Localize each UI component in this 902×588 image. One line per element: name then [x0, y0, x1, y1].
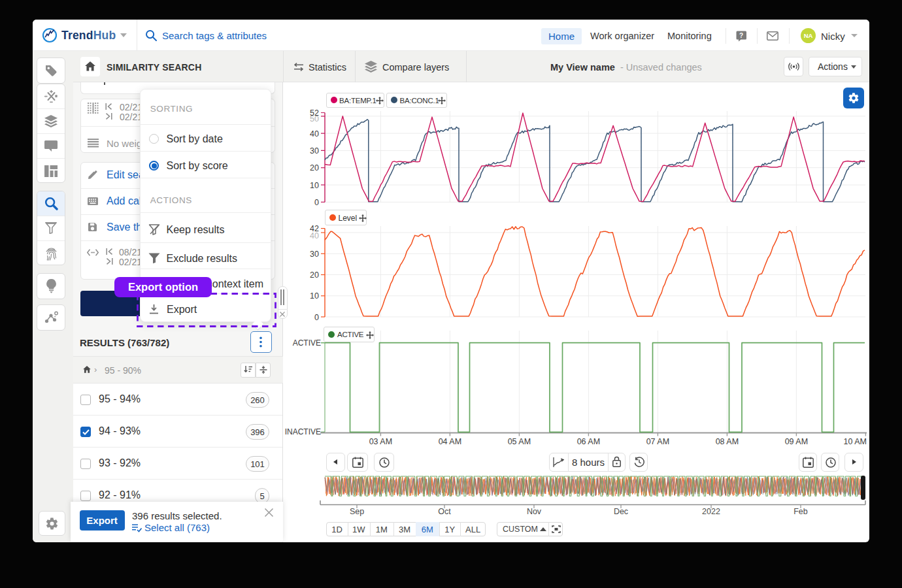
svg-text:?: ?: [739, 32, 743, 39]
svg-text:Feb: Feb: [793, 507, 808, 516]
svg-text:40: 40: [310, 231, 319, 240]
svg-text:05 AM: 05 AM: [508, 437, 531, 446]
svg-text:Sep: Sep: [350, 507, 364, 516]
svg-text:2022: 2022: [702, 507, 720, 516]
svg-text:10: 10: [310, 291, 319, 301]
svg-text:Oct: Oct: [438, 507, 451, 516]
svg-text:40: 40: [310, 129, 319, 139]
svg-text:10: 10: [310, 181, 319, 190]
svg-text:08 AM: 08 AM: [716, 437, 739, 446]
svg-text:20: 20: [310, 163, 319, 172]
svg-text:50: 50: [310, 114, 319, 123]
svg-text:Nov: Nov: [527, 507, 542, 516]
svg-text:INACTIVE: INACTIVE: [285, 427, 321, 436]
svg-text:0: 0: [314, 198, 319, 207]
svg-text:30: 30: [310, 146, 319, 155]
svg-text:Dec: Dec: [614, 507, 628, 516]
svg-text:07 AM: 07 AM: [646, 437, 669, 446]
svg-text:0: 0: [314, 313, 319, 322]
svg-text:30: 30: [310, 250, 319, 259]
svg-text:10 AM: 10 AM: [844, 437, 867, 446]
svg-text:20: 20: [310, 270, 319, 280]
svg-text:06 AM: 06 AM: [577, 437, 600, 446]
svg-text:04 AM: 04 AM: [439, 437, 461, 446]
svg-text:09 AM: 09 AM: [785, 437, 808, 446]
svg-text:ACTIVE: ACTIVE: [293, 338, 321, 348]
svg-text:03 AM: 03 AM: [369, 437, 392, 446]
